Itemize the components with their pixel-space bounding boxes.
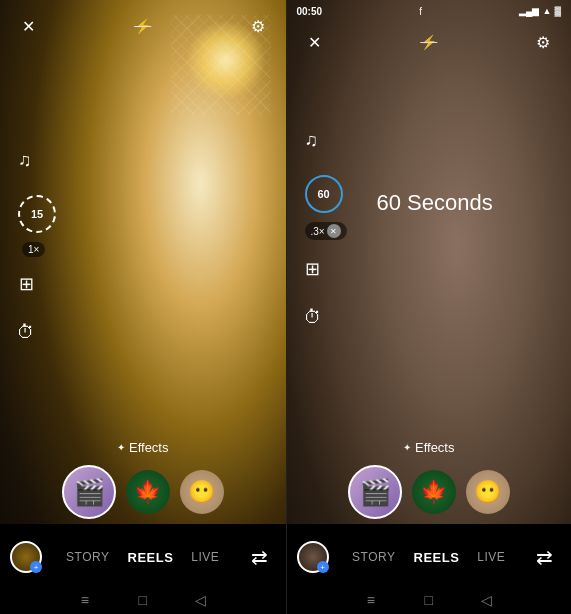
effects-icons-row-left: 🎬 🍁 😶 (62, 465, 224, 519)
timer-value-right: 60 (305, 175, 343, 213)
timer-value-left: 15 (18, 195, 56, 233)
tab-story-right[interactable]: STORY (352, 550, 395, 564)
effects-area-right: ✦ Effects 🎬 🍁 😶 (287, 440, 572, 519)
seconds-label-right: 60 Seconds (377, 190, 493, 216)
music-icon-left: ♫ (18, 150, 32, 171)
hamburger-btn-right[interactable]: ≡ (362, 591, 380, 609)
settings-button-left[interactable]: ⚙ (244, 12, 272, 40)
maple-icon-left: 🍁 (134, 479, 161, 505)
close-button-left[interactable]: ✕ (14, 12, 42, 40)
effect-maple-right[interactable]: 🍁 (412, 470, 456, 514)
avatar-plus-right: + (317, 561, 329, 573)
flip-camera-left[interactable]: ⇄ (243, 541, 275, 573)
close-icon-right: ✕ (308, 33, 321, 52)
left-phone-panel: ✕ ⚡ ⚙ ♫ 15 1× ⊞ ⏱ ✦ Effects (0, 0, 286, 614)
avatar-plus-left: + (30, 561, 42, 573)
tab-live-left[interactable]: LIVE (191, 550, 219, 564)
effects-label-right[interactable]: ✦ Effects (403, 440, 455, 455)
side-controls-right: ⊞ ⏱ (299, 255, 327, 331)
timer-circle-left[interactable]: 15 (18, 195, 56, 233)
wifi-icon: ▲ (543, 6, 552, 16)
speed-badge-left[interactable]: 1× (22, 242, 45, 257)
right-phone-panel: 00:50 f ▂▄▆ ▲ ▓ ✕ ⚡ ⚙ ♫ 60 .3× ✕ (286, 0, 572, 614)
flash-icon-left: ⚡ (134, 18, 151, 34)
bottom-bar-right: + STORY REELS LIVE ⇄ ≡ □ ◁ (287, 524, 572, 614)
status-icons-right: ▂▄▆ ▲ ▓ (519, 6, 561, 16)
flash-button-right[interactable]: ⚡ (415, 28, 443, 56)
hamburger-btn-left[interactable]: ≡ (76, 591, 94, 609)
battery-icon: ▓ (554, 6, 561, 16)
face-icon-right: 😶 (474, 479, 501, 505)
effect-face-left[interactable]: 😶 (180, 470, 224, 514)
top-controls-left: ✕ ⚡ ⚙ (0, 12, 286, 40)
tab-story-left[interactable]: STORY (66, 550, 109, 564)
timer-icon-left: ⏱ (17, 322, 35, 343)
face-icon-left: 😶 (188, 479, 215, 505)
tab-reels-right[interactable]: REELS (414, 550, 460, 565)
status-time-right: 00:50 (297, 6, 323, 17)
flash-icon-right: ⚡ (420, 34, 437, 50)
home-btn-right[interactable]: □ (420, 591, 438, 609)
grid-icon-left: ⊞ (19, 273, 34, 295)
top-controls-right: ✕ ⚡ ⚙ (287, 28, 572, 56)
maple-icon-right: 🍁 (420, 479, 447, 505)
home-btn-left[interactable]: □ (134, 591, 152, 609)
back-btn-right[interactable]: ◁ (478, 591, 496, 609)
reel-icon-right: 🎬 (359, 477, 391, 508)
reel-icon-left: 🎬 (73, 477, 105, 508)
speed-value-right: .3× ✕ (305, 222, 347, 240)
speed-badge-right[interactable]: .3× ✕ (305, 222, 347, 240)
settings-icon-right: ⚙ (536, 33, 550, 52)
sparkle-icon-left: ✦ (117, 442, 125, 453)
effect-reel-left[interactable]: 🎬 (62, 465, 116, 519)
sparkle-icon-right: ✦ (403, 442, 411, 453)
bottom-tabs-right: + STORY REELS LIVE ⇄ (287, 524, 572, 590)
effects-label-left[interactable]: ✦ Effects (117, 440, 169, 455)
camera-background-left (0, 0, 286, 614)
tab-live-right[interactable]: LIVE (477, 550, 505, 564)
close-button-right[interactable]: ✕ (301, 28, 329, 56)
grid-button-left[interactable]: ⊞ (12, 270, 40, 298)
effect-maple-left[interactable]: 🍁 (126, 470, 170, 514)
status-bar-right: 00:50 f ▂▄▆ ▲ ▓ (287, 0, 572, 22)
timer-button-left[interactable]: ⏱ (12, 318, 40, 346)
back-btn-left[interactable]: ◁ (192, 591, 210, 609)
speed-value-left: 1× (22, 242, 45, 257)
bottom-tabs-left: + STORY REELS LIVE ⇄ (0, 524, 286, 590)
settings-button-right[interactable]: ⚙ (529, 28, 557, 56)
close-icon-left: ✕ (22, 17, 35, 36)
grid-button-right[interactable]: ⊞ (299, 255, 327, 283)
effect-face-right[interactable]: 😶 (466, 470, 510, 514)
tab-reels-left[interactable]: REELS (128, 550, 174, 565)
avatar-right[interactable]: + (297, 541, 329, 573)
flash-button-left[interactable]: ⚡ (129, 12, 157, 40)
nav-bar-left: ≡ □ ◁ (0, 590, 286, 614)
effects-area-left: ✦ Effects 🎬 🍁 😶 (0, 440, 286, 519)
status-facebook-icon: f (419, 6, 422, 17)
grid-icon-right: ⊞ (305, 258, 320, 280)
effects-icons-row-right: 🎬 🍁 😶 (348, 465, 510, 519)
signal-icon: ▂▄▆ (519, 6, 539, 16)
flip-camera-icon-right: ⇄ (536, 545, 553, 569)
speed-close-right[interactable]: ✕ (327, 224, 341, 238)
flip-camera-icon-left: ⇄ (251, 545, 268, 569)
camera-background-right (287, 0, 572, 614)
music-icon-right: ♫ (305, 130, 319, 151)
effect-reel-right[interactable]: 🎬 (348, 465, 402, 519)
bottom-bar-left: + STORY REELS LIVE ⇄ ≡ □ ◁ (0, 524, 286, 614)
flip-camera-right[interactable]: ⇄ (529, 541, 561, 573)
avatar-left[interactable]: + (10, 541, 42, 573)
settings-icon-left: ⚙ (251, 17, 265, 36)
timer-icon-right: ⏱ (304, 307, 322, 328)
side-controls-left: ⊞ ⏱ (12, 270, 40, 346)
timer-button-right[interactable]: ⏱ (299, 303, 327, 331)
timer-circle-right[interactable]: 60 (305, 175, 343, 213)
nav-bar-right: ≡ □ ◁ (287, 590, 572, 614)
